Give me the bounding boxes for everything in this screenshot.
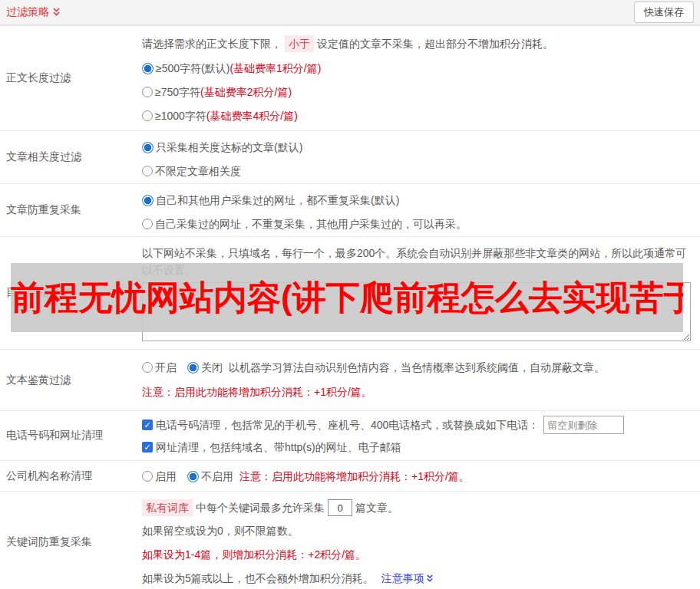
chevron-double-down-icon bbox=[426, 574, 434, 583]
radio-label: ≥750字符 bbox=[155, 84, 200, 100]
row-keyword-dedup: 关键词防重复采集 私有词库 中每个关键词最多允许采集 篇文章。 如果留空或设为0… bbox=[0, 491, 700, 589]
cost-note: (基础费率4积分/篇) bbox=[206, 108, 298, 123]
intro-suffix: 设定值的文章不采集，超出部分不增加积分消耗。 bbox=[317, 36, 553, 51]
radio-label: ≥500字符(默认) bbox=[156, 61, 229, 76]
url-cleanup-option: ✓ 网址清理，包括纯域名、带http(s)的网址、电子邮箱 bbox=[142, 439, 692, 455]
keyword-rule-5plus-text: 如果设为5篇或以上，也不会额外增加积分消耗。 bbox=[142, 571, 374, 586]
row-content: ✓ 电话号码清理，包括常见的手机号、座机号、400电话格式，或替换成如下电话： … bbox=[142, 411, 700, 460]
radio-unchecked-icon[interactable] bbox=[142, 471, 153, 482]
row-label-content-length: 正文长度过滤 bbox=[0, 26, 142, 130]
checkbox-checked-icon[interactable]: ✓ bbox=[142, 420, 153, 430]
radio-checked-icon[interactable] bbox=[187, 362, 199, 373]
row-content: 自己和其他用户采集过的网址，都不重复采集(默认) 自己采集过的网址，不重复采集，… bbox=[142, 184, 700, 236]
keyword-limit-line: 私有词库 中每个关键词最多允许采集 篇文章。 bbox=[142, 499, 692, 516]
radio-checked-icon[interactable] bbox=[142, 63, 154, 74]
quick-save-button[interactable]: 快速保存 bbox=[634, 2, 694, 23]
row-content: 请选择需求的正文长度下限， 小于 设定值的文章不采集，超出部分不增加积分消耗。 … bbox=[142, 26, 700, 130]
row-relevance-filter: 文章相关度过滤 只采集相关度达标的文章(默认) 不限定文章相关度 bbox=[0, 130, 700, 183]
radio-unchecked-icon[interactable] bbox=[142, 166, 153, 176]
private-lexicon-tag: 私有词库 bbox=[142, 499, 193, 516]
radio-label-disable: 不启用 bbox=[201, 469, 233, 484]
row-dedup-collection: 文章防重复采集 自己和其他用户采集过的网址，都不重复采集(默认) 自己采集过的网… bbox=[0, 183, 700, 236]
watermark-overlay: 前程无忧网站内容(讲下爬前程怎么去实现苦于 bbox=[11, 263, 683, 332]
watermark-text: 前程无忧网站内容(讲下爬前程怎么去实现苦于 bbox=[11, 263, 683, 332]
row-content: 启用 不启用 注意：启用此功能将增加积分消耗：+1积分/篇。 bbox=[142, 461, 700, 491]
company-cleanup-cost-note: 注意：启用此功能将增加积分消耗：+1积分/篇。 bbox=[239, 469, 470, 484]
checkbox-label: 网址清理，包括纯域名、带http(s)的网址、电子邮箱 bbox=[156, 439, 401, 455]
porn-filter-description: 以机器学习算法自动识别色情内容，当色情概率达到系统阈值，自动屏蔽文章。 bbox=[229, 360, 605, 375]
keyword-max-count-input[interactable] bbox=[328, 499, 352, 516]
row-label-keyword-dedup: 关键词防重复采集 bbox=[0, 492, 142, 589]
row-label-company-cleanup: 公司机构名称清理 bbox=[0, 461, 142, 491]
radio-label-off: 关闭 bbox=[201, 360, 223, 375]
radio-option-750[interactable]: ≥750字符 (基础费率2积分/篇) bbox=[142, 84, 692, 100]
section-title-label: 过滤策略 bbox=[6, 5, 49, 19]
row-content-length-filter: 正文长度过滤 请选择需求的正文长度下限， 小于 设定值的文章不采集，超出部分不增… bbox=[0, 25, 700, 130]
radio-checked-icon[interactable] bbox=[142, 195, 154, 206]
row-content: 私有词库 中每个关键词最多允许采集 篇文章。 如果留空或设为0，则不限篇数。 如… bbox=[142, 492, 700, 589]
less-than-tag: 小于 bbox=[285, 35, 314, 52]
radio-option-relevance-strict[interactable]: 只采集相关度达标的文章(默认) bbox=[142, 140, 692, 155]
radio-label: 自己和其他用户采集过的网址，都不重复采集(默认) bbox=[156, 192, 399, 208]
content-length-intro: 请选择需求的正文长度下限， 小于 设定值的文章不采集，超出部分不增加积分消耗。 bbox=[142, 35, 692, 52]
keyword-rule-zero: 如果留空或设为0，则不限篇数。 bbox=[142, 523, 692, 538]
checkbox-checked-icon[interactable]: ✓ bbox=[142, 442, 153, 452]
row-label-relevance: 文章相关度过滤 bbox=[0, 131, 142, 183]
radio-option-relevance-any[interactable]: 不限定文章相关度 bbox=[142, 163, 692, 179]
radio-option-dedup-all[interactable]: 自己和其他用户采集过的网址，都不重复采集(默认) bbox=[142, 192, 692, 208]
radio-label: 只采集相关度达标的文章(默认) bbox=[156, 140, 302, 155]
notes-link[interactable]: 注意事项 bbox=[381, 571, 434, 586]
porn-filter-options: 开启 关闭 以机器学习算法自动识别色情内容，当色情概率达到系统阈值，自动屏蔽文章… bbox=[142, 360, 692, 375]
row-porn-filter: 文本鉴黄过滤 开启 关闭 以机器学习算法自动识别色情内容，当色情概率达到系统阈值… bbox=[0, 349, 700, 410]
radio-label: ≥1000字符 bbox=[155, 108, 206, 123]
notes-link-label: 注意事项 bbox=[381, 571, 424, 586]
radio-checked-icon[interactable] bbox=[142, 142, 154, 153]
radio-option-1000[interactable]: ≥1000字符 (基础费率4积分/篇) bbox=[142, 108, 692, 123]
radio-unchecked-icon[interactable] bbox=[142, 362, 153, 373]
row-label-dedup: 文章防重复采集 bbox=[0, 184, 142, 236]
filter-strategy-page: 过滤策略 快速保存 正文长度过滤 请选择需求的正文长度下限， 小于 设定值的文章… bbox=[0, 0, 700, 589]
keyword-limit-suffix: 篇文章。 bbox=[355, 500, 398, 515]
company-cleanup-options: 启用 不启用 注意：启用此功能将增加积分消耗：+1积分/篇。 bbox=[142, 469, 692, 484]
radio-unchecked-icon[interactable] bbox=[142, 219, 153, 229]
row-content: 只采集相关度达标的文章(默认) 不限定文章相关度 bbox=[142, 131, 700, 183]
row-label-porn-filter: 文本鉴黄过滤 bbox=[0, 350, 142, 410]
phone-cleanup-option: ✓ 电话号码清理，包括常见的手机号、座机号、400电话格式，或替换成如下电话： bbox=[142, 416, 692, 434]
row-company-name-cleanup: 公司机构名称清理 启用 不启用 注意：启用此功能将增加积分消耗：+1积分/篇。 bbox=[0, 460, 700, 491]
porn-filter-cost-note: 注意：启用此功能将增加积分消耗：+1积分/篇。 bbox=[142, 384, 692, 400]
radio-unchecked-icon[interactable] bbox=[142, 87, 153, 97]
radio-label-enable: 启用 bbox=[155, 469, 177, 484]
cost-note: (基础费率2积分/篇) bbox=[200, 84, 292, 100]
replacement-phone-input[interactable] bbox=[543, 416, 624, 434]
radio-unchecked-icon[interactable] bbox=[142, 110, 153, 121]
section-title-filter-strategy[interactable]: 过滤策略 bbox=[6, 5, 61, 19]
cost-note: (基础费率1积分/篇) bbox=[229, 61, 321, 76]
topbar: 过滤策略 快速保存 bbox=[0, 0, 700, 25]
intro-prefix: 请选择需求的正文长度下限， bbox=[142, 36, 282, 51]
keyword-limit-text: 中每个关键词最多允许采集 bbox=[196, 500, 325, 515]
row-label-phone-url: 电话号码和网址清理 bbox=[0, 411, 142, 460]
row-content: 开启 关闭 以机器学习算法自动识别色情内容，当色情概率达到系统阈值，自动屏蔽文章… bbox=[142, 350, 700, 410]
keyword-rule-5plus: 如果设为5篇或以上，也不会额外增加积分消耗。 注意事项 bbox=[142, 571, 692, 586]
checkbox-label: 电话号码清理，包括常见的手机号、座机号、400电话格式，或替换成如下电话： bbox=[156, 417, 539, 433]
row-phone-url-cleanup: 电话号码和网址清理 ✓ 电话号码清理，包括常见的手机号、座机号、400电话格式，… bbox=[0, 410, 700, 460]
keyword-rule-1-4: 如果设为1-4篇，则增加积分消耗：+2积分/篇。 bbox=[142, 547, 692, 562]
radio-label-on: 开启 bbox=[155, 360, 177, 375]
radio-label: 自己采集过的网址，不重复采集，其他用户采集过的，可以再采。 bbox=[155, 216, 467, 232]
chevron-double-down-icon bbox=[52, 8, 61, 17]
radio-checked-icon[interactable] bbox=[187, 471, 199, 482]
radio-option-500[interactable]: ≥500字符(默认) (基础费率1积分/篇) bbox=[142, 61, 692, 76]
radio-label: 不限定文章相关度 bbox=[155, 163, 241, 179]
radio-option-dedup-self[interactable]: 自己采集过的网址，不重复采集，其他用户采集过的，可以再采。 bbox=[142, 216, 692, 232]
